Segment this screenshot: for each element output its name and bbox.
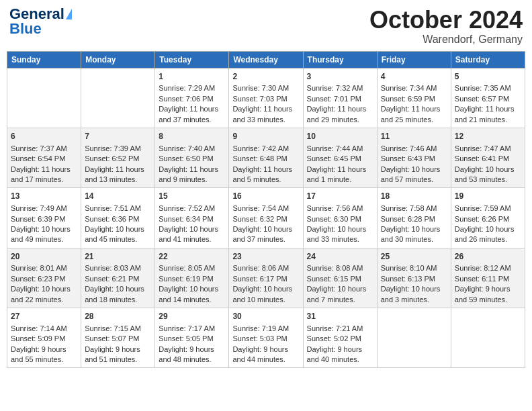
sunset-text: Sunset: 5:02 PM bbox=[307, 334, 361, 342]
sunset-text: Sunset: 5:03 PM bbox=[232, 334, 287, 342]
daylight-text: Daylight: 9 hours and 44 minutes. bbox=[232, 345, 288, 363]
calendar-cell: 24 Sunrise: 8:08 AM Sunset: 6:15 PM Dayl… bbox=[303, 248, 377, 308]
sunset-text: Sunset: 6:11 PM bbox=[455, 275, 509, 283]
sunrise-text: Sunrise: 7:34 AM bbox=[381, 84, 437, 92]
sunrise-text: Sunrise: 7:30 AM bbox=[232, 84, 289, 92]
daylight-text: Daylight: 11 hours and 21 minutes. bbox=[455, 105, 515, 123]
day-number: 16 bbox=[232, 191, 299, 202]
header-wednesday: Wednesday bbox=[229, 51, 303, 68]
calendar-cell: 13 Sunrise: 7:49 AM Sunset: 6:39 PM Dayl… bbox=[7, 188, 81, 248]
sunrise-text: Sunrise: 7:37 AM bbox=[11, 144, 67, 152]
sunrise-text: Sunrise: 7:15 AM bbox=[85, 324, 141, 332]
daylight-text: Daylight: 10 hours and 41 minutes. bbox=[159, 225, 218, 243]
day-number: 13 bbox=[11, 191, 77, 202]
sunrise-text: Sunrise: 7:52 AM bbox=[159, 204, 215, 212]
calendar-cell: 28 Sunrise: 7:15 AM Sunset: 5:07 PM Dayl… bbox=[81, 308, 155, 368]
sunset-text: Sunset: 7:06 PM bbox=[159, 95, 213, 103]
day-number: 26 bbox=[455, 251, 521, 263]
calendar-cell: 3 Sunrise: 7:32 AM Sunset: 7:01 PM Dayli… bbox=[303, 68, 377, 128]
day-number: 6 bbox=[11, 131, 77, 142]
calendar-cell: 11 Sunrise: 7:46 AM Sunset: 6:43 PM Dayl… bbox=[377, 128, 451, 187]
day-number: 30 bbox=[232, 311, 299, 322]
sunset-text: Sunset: 6:26 PM bbox=[455, 215, 509, 223]
calendar-cell: 12 Sunrise: 7:47 AM Sunset: 6:41 PM Dayl… bbox=[451, 128, 525, 187]
sunset-text: Sunset: 5:05 PM bbox=[159, 334, 213, 342]
sunrise-text: Sunrise: 7:14 AM bbox=[11, 324, 67, 332]
sunrise-text: Sunrise: 8:01 AM bbox=[11, 264, 67, 272]
calendar-cell: 19 Sunrise: 7:59 AM Sunset: 6:26 PM Dayl… bbox=[451, 188, 525, 248]
header-friday: Friday bbox=[377, 51, 451, 68]
day-number: 29 bbox=[159, 311, 225, 322]
sunset-text: Sunset: 6:36 PM bbox=[85, 215, 139, 223]
sunset-text: Sunset: 6:21 PM bbox=[85, 275, 139, 283]
calendar-week-row: 1 Sunrise: 7:29 AM Sunset: 7:06 PM Dayli… bbox=[7, 68, 525, 128]
sunset-text: Sunset: 6:50 PM bbox=[159, 154, 213, 163]
calendar-cell: 7 Sunrise: 7:39 AM Sunset: 6:52 PM Dayli… bbox=[81, 128, 155, 187]
days-header-row: Sunday Monday Tuesday Wednesday Thursday… bbox=[7, 51, 525, 68]
sunrise-text: Sunrise: 7:46 AM bbox=[381, 144, 437, 152]
calendar-table: Sunday Monday Tuesday Wednesday Thursday… bbox=[7, 51, 525, 369]
day-number: 17 bbox=[307, 191, 373, 202]
daylight-text: Daylight: 10 hours and 3 minutes. bbox=[381, 285, 441, 303]
calendar-cell: 23 Sunrise: 8:06 AM Sunset: 6:17 PM Dayl… bbox=[229, 248, 303, 308]
calendar-cell bbox=[377, 308, 451, 368]
sunrise-text: Sunrise: 7:47 AM bbox=[455, 144, 511, 152]
day-number: 2 bbox=[232, 71, 299, 83]
calendar-cell: 21 Sunrise: 8:03 AM Sunset: 6:21 PM Dayl… bbox=[81, 248, 155, 308]
calendar-cell: 17 Sunrise: 7:56 AM Sunset: 6:30 PM Dayl… bbox=[303, 188, 377, 248]
daylight-text: Daylight: 10 hours and 33 minutes. bbox=[307, 225, 367, 243]
sunset-text: Sunset: 7:01 PM bbox=[307, 95, 361, 103]
logo-triangle-icon bbox=[66, 9, 72, 19]
sunset-text: Sunset: 6:57 PM bbox=[455, 95, 509, 103]
daylight-text: Daylight: 10 hours and 18 minutes. bbox=[85, 285, 144, 303]
sunrise-text: Sunrise: 7:21 AM bbox=[307, 324, 363, 332]
sunset-text: Sunset: 6:52 PM bbox=[85, 154, 139, 163]
calendar-cell: 8 Sunrise: 7:40 AM Sunset: 6:50 PM Dayli… bbox=[155, 128, 229, 187]
daylight-text: Daylight: 11 hours and 1 minute. bbox=[307, 165, 367, 183]
sunrise-text: Sunrise: 8:10 AM bbox=[381, 264, 437, 272]
sunset-text: Sunset: 6:43 PM bbox=[381, 154, 435, 163]
header-monday: Monday bbox=[81, 51, 155, 68]
calendar-cell: 14 Sunrise: 7:51 AM Sunset: 6:36 PM Dayl… bbox=[81, 188, 155, 248]
day-number: 31 bbox=[307, 311, 373, 322]
location: Warendorf, Germany bbox=[369, 34, 523, 46]
day-number: 28 bbox=[85, 311, 151, 322]
daylight-text: Daylight: 10 hours and 14 minutes. bbox=[159, 285, 218, 303]
daylight-text: Daylight: 10 hours and 49 minutes. bbox=[11, 225, 71, 243]
calendar-cell: 4 Sunrise: 7:34 AM Sunset: 6:59 PM Dayli… bbox=[377, 68, 451, 128]
day-number: 10 bbox=[307, 131, 373, 142]
sunrise-text: Sunrise: 7:42 AM bbox=[232, 144, 289, 152]
day-number: 25 bbox=[381, 251, 447, 263]
sunrise-text: Sunrise: 7:59 AM bbox=[455, 204, 511, 212]
sunrise-text: Sunrise: 7:40 AM bbox=[159, 144, 215, 152]
calendar-cell: 6 Sunrise: 7:37 AM Sunset: 6:54 PM Dayli… bbox=[7, 128, 81, 187]
daylight-text: Daylight: 9 hours and 48 minutes. bbox=[159, 345, 214, 363]
sunset-text: Sunset: 6:28 PM bbox=[381, 215, 435, 223]
sunrise-text: Sunrise: 7:44 AM bbox=[307, 144, 363, 152]
daylight-text: Daylight: 11 hours and 37 minutes. bbox=[159, 105, 218, 123]
daylight-text: Daylight: 9 hours and 59 minutes. bbox=[455, 285, 511, 303]
calendar-cell: 27 Sunrise: 7:14 AM Sunset: 5:09 PM Dayl… bbox=[7, 308, 81, 368]
day-number: 4 bbox=[381, 71, 447, 83]
sunset-text: Sunset: 6:34 PM bbox=[159, 215, 213, 223]
calendar-cell: 25 Sunrise: 8:10 AM Sunset: 6:13 PM Dayl… bbox=[377, 248, 451, 308]
calendar-week-row: 20 Sunrise: 8:01 AM Sunset: 6:23 PM Dayl… bbox=[7, 248, 525, 308]
sunset-text: Sunset: 6:30 PM bbox=[307, 215, 361, 223]
day-number: 1 bbox=[159, 71, 225, 83]
calendar-cell bbox=[7, 68, 81, 128]
day-number: 21 bbox=[85, 251, 151, 263]
day-number: 18 bbox=[381, 191, 447, 202]
daylight-text: Daylight: 10 hours and 37 minutes. bbox=[232, 225, 292, 243]
day-number: 9 bbox=[232, 131, 299, 142]
calendar-cell: 22 Sunrise: 8:05 AM Sunset: 6:19 PM Dayl… bbox=[155, 248, 229, 308]
day-number: 23 bbox=[232, 251, 299, 263]
day-number: 8 bbox=[159, 131, 225, 142]
logo-general: General bbox=[9, 7, 64, 21]
day-number: 27 bbox=[11, 311, 77, 322]
daylight-text: Daylight: 10 hours and 30 minutes. bbox=[381, 225, 441, 243]
daylight-text: Daylight: 9 hours and 55 minutes. bbox=[11, 345, 66, 363]
daylight-text: Daylight: 9 hours and 51 minutes. bbox=[85, 345, 140, 363]
calendar-cell: 20 Sunrise: 8:01 AM Sunset: 6:23 PM Dayl… bbox=[7, 248, 81, 308]
page-header: General Blue October 2024 Warendorf, Ger… bbox=[7, 7, 525, 46]
daylight-text: Daylight: 11 hours and 29 minutes. bbox=[307, 105, 367, 123]
